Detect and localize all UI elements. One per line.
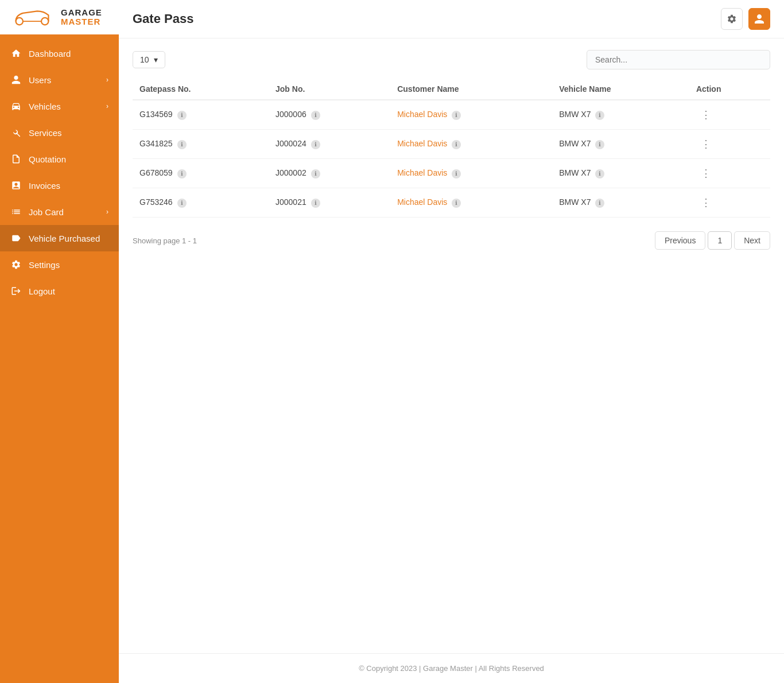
table-row: G678059 ℹ J000002 ℹ Michael Davis ℹ BMW … xyxy=(133,159,770,188)
cell-gatepass: G341825 ℹ xyxy=(133,130,269,159)
sidebar-item-services[interactable]: Services xyxy=(0,119,119,146)
sidebar-label-quotation: Quotation xyxy=(29,154,66,164)
table-header-row: Gatepass No. Job No. Customer Name Vehic… xyxy=(133,79,770,100)
cell-action: ⋮ xyxy=(689,159,770,188)
info-icon[interactable]: ℹ xyxy=(177,140,187,149)
cell-customer: Michael Davis ℹ xyxy=(390,100,552,130)
cell-jobno: J000024 ℹ xyxy=(269,130,390,159)
action-menu-button[interactable]: ⋮ xyxy=(696,137,716,151)
sidebar-item-settings[interactable]: Settings xyxy=(0,251,119,278)
sidebar-label-users: Users xyxy=(29,75,51,85)
cell-customer: Michael Davis ℹ xyxy=(390,159,552,188)
topbar-icons xyxy=(721,8,770,30)
cell-vehicle: BMW X7 ℹ xyxy=(552,130,689,159)
cell-vehicle: BMW X7 ℹ xyxy=(552,159,689,188)
info-icon[interactable]: ℹ xyxy=(311,169,320,178)
cell-customer: Michael Davis ℹ xyxy=(390,188,552,218)
info-icon[interactable]: ℹ xyxy=(452,169,461,178)
cell-customer: Michael Davis ℹ xyxy=(390,130,552,159)
page-number-button[interactable]: 1 xyxy=(708,231,732,250)
per-page-dropdown[interactable]: 10 ▾ xyxy=(133,51,165,68)
chevron-right-icon: › xyxy=(106,102,108,110)
cell-gatepass: G678059 ℹ xyxy=(133,159,269,188)
main-content: Gate Pass 10 ▾ Gatepass No. Job No. xyxy=(119,0,784,683)
page-title: Gate Pass xyxy=(133,11,193,26)
action-menu-button[interactable]: ⋮ xyxy=(696,196,716,209)
logo-text: GARAGE MASTER xyxy=(61,8,102,27)
info-icon[interactable]: ℹ xyxy=(311,111,320,120)
action-menu-button[interactable]: ⋮ xyxy=(696,166,716,180)
sidebar-item-logout[interactable]: Logout xyxy=(0,278,119,304)
cell-action: ⋮ xyxy=(689,100,770,130)
wrench-icon xyxy=(10,127,22,138)
col-vehicle: Vehicle Name xyxy=(552,79,689,100)
chevron-right-icon: › xyxy=(106,208,108,216)
cell-jobno: J000006 ℹ xyxy=(269,100,390,130)
info-icon[interactable]: ℹ xyxy=(177,169,187,178)
logo: GARAGE MASTER xyxy=(0,0,119,34)
footer: © Copyright 2023 | Garage Master | All R… xyxy=(119,653,784,683)
sidebar-label-vehicles: Vehicles xyxy=(29,102,61,111)
info-icon[interactable]: ℹ xyxy=(452,111,461,120)
sidebar: GARAGE MASTER Dashboard Users › Vehicles… xyxy=(0,0,119,683)
info-icon[interactable]: ℹ xyxy=(177,199,187,208)
info-icon[interactable]: ℹ xyxy=(595,169,604,178)
logo-master: MASTER xyxy=(61,17,102,27)
logout-icon xyxy=(10,285,22,297)
chevron-right-icon: › xyxy=(106,76,108,84)
info-icon[interactable]: ℹ xyxy=(311,199,320,208)
topbar: Gate Pass xyxy=(119,0,784,38)
info-icon[interactable]: ℹ xyxy=(452,199,461,208)
sidebar-item-quotation[interactable]: Quotation xyxy=(0,146,119,172)
sidebar-label-vehicle-purchased: Vehicle Purchased xyxy=(29,234,100,243)
cell-gatepass: G753246 ℹ xyxy=(133,188,269,218)
col-gatepass: Gatepass No. xyxy=(133,79,269,100)
table-row: G753246 ℹ J000021 ℹ Michael Davis ℹ BMW … xyxy=(133,188,770,218)
pagination: Showing page 1 - 1 Previous 1 Next xyxy=(133,231,770,250)
info-icon[interactable]: ℹ xyxy=(177,111,187,120)
chevron-down-icon: ▾ xyxy=(154,55,158,64)
col-action: Action xyxy=(689,79,770,100)
table-row: G134569 ℹ J000006 ℹ Michael Davis ℹ BMW … xyxy=(133,100,770,130)
sidebar-label-services: Services xyxy=(29,128,62,138)
sidebar-item-invoices[interactable]: Invoices xyxy=(0,172,119,199)
search-input[interactable] xyxy=(587,50,770,69)
list-icon xyxy=(10,206,22,218)
sidebar-item-vehicles[interactable]: Vehicles › xyxy=(0,93,119,119)
logo-garage: GARAGE xyxy=(61,8,102,18)
sidebar-label-dashboard: Dashboard xyxy=(29,49,71,59)
cell-gatepass: G134569 ℹ xyxy=(133,100,269,130)
next-button[interactable]: Next xyxy=(734,231,770,250)
svg-point-1 xyxy=(41,18,48,25)
sidebar-item-users[interactable]: Users › xyxy=(0,67,119,93)
content-area: 10 ▾ Gatepass No. Job No. Customer Name … xyxy=(119,38,784,653)
per-page-value: 10 xyxy=(140,55,149,64)
sidebar-item-vehicle-purchased[interactable]: Vehicle Purchased xyxy=(0,225,119,251)
home-icon xyxy=(10,48,22,59)
invoice-icon xyxy=(10,180,22,191)
cell-action: ⋮ xyxy=(689,130,770,159)
info-icon[interactable]: ℹ xyxy=(595,140,604,149)
previous-button[interactable]: Previous xyxy=(655,231,705,250)
sidebar-label-logout: Logout xyxy=(29,286,55,296)
sidebar-label-jobcard: Job Card xyxy=(29,207,64,217)
info-icon[interactable]: ℹ xyxy=(595,111,604,120)
info-icon[interactable]: ℹ xyxy=(452,140,461,149)
info-icon[interactable]: ℹ xyxy=(595,199,604,208)
sidebar-label-invoices: Invoices xyxy=(29,181,60,191)
file-icon xyxy=(10,153,22,165)
sidebar-item-jobcard[interactable]: Job Card › xyxy=(0,199,119,225)
table-controls: 10 ▾ xyxy=(133,50,770,69)
cell-action: ⋮ xyxy=(689,188,770,218)
col-jobno: Job No. xyxy=(269,79,390,100)
footer-text: © Copyright 2023 | Garage Master | All R… xyxy=(359,664,544,673)
pagination-buttons: Previous 1 Next xyxy=(655,231,770,250)
sidebar-item-dashboard[interactable]: Dashboard xyxy=(0,40,119,67)
action-menu-button[interactable]: ⋮ xyxy=(696,108,716,122)
info-icon[interactable]: ℹ xyxy=(311,140,320,149)
cell-jobno: J000002 ℹ xyxy=(269,159,390,188)
settings-icon-btn[interactable] xyxy=(721,8,743,30)
svg-point-0 xyxy=(16,18,23,25)
user-avatar-btn[interactable] xyxy=(748,8,770,30)
cell-vehicle: BMW X7 ℹ xyxy=(552,100,689,130)
